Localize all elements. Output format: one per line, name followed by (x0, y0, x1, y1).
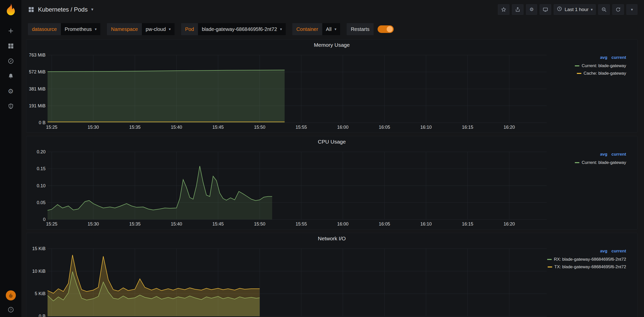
time-range-label: Last 1 hour (565, 7, 588, 12)
pod-dropdown[interactable]: blade-gateway-68684695f6-2nt72 ▾ (198, 23, 286, 35)
svg-text:0.15: 0.15 (37, 166, 46, 171)
legend-item[interactable]: Cache: blade-gateway (577, 70, 626, 77)
pod-value: blade-gateway-68684695f6-2nt72 (202, 26, 277, 32)
network-io-chart[interactable]: 15 KiB10 KiB5 KiB0 B15:2515:3015:3515:40… (28, 245, 549, 317)
create-plus-icon[interactable] (8, 28, 14, 34)
legend-item[interactable]: Current: blade-gateway (575, 62, 626, 70)
restarts-toggle[interactable] (378, 25, 394, 33)
svg-text:15 KiB: 15 KiB (32, 246, 46, 251)
caret-down-icon[interactable]: ▾ (91, 7, 93, 12)
alerting-bell-icon[interactable] (8, 73, 14, 79)
variable-label: Pod (181, 23, 198, 35)
svg-text:16:05: 16:05 (379, 125, 390, 130)
svg-text:16:10: 16:10 (420, 221, 432, 227)
legend: avg current Current: blade-gateway (575, 152, 626, 166)
caret-down-icon: ▾ (169, 27, 171, 31)
memory-usage-chart[interactable]: 763 MiB572 MiB381 MiB191 MiB0 B15:2515:3… (28, 51, 549, 132)
caret-down-icon: ▾ (280, 27, 282, 31)
svg-text:0.10: 0.10 (37, 183, 46, 188)
svg-text:15:50: 15:50 (254, 221, 265, 227)
series-color-dash (575, 162, 579, 163)
variable-pod: Pod blade-gateway-68684695f6-2nt72 ▾ (181, 23, 286, 35)
svg-text:191 MiB: 191 MiB (29, 103, 46, 108)
svg-text:763 MiB: 763 MiB (29, 53, 46, 58)
variable-datasource: datasource Prometheus ▾ (28, 23, 100, 35)
variable-namespace: Namespace pw-cloud ▾ (107, 23, 174, 35)
svg-text:10 KiB: 10 KiB (32, 269, 46, 274)
legend-header: avg current (600, 152, 626, 157)
legend-current-link[interactable]: current (611, 55, 626, 60)
container-dropdown[interactable]: All ▾ (322, 23, 340, 35)
caret-down-icon: ▾ (335, 27, 337, 31)
svg-text:15:30: 15:30 (88, 125, 99, 130)
cycle-view-tv-icon[interactable] (540, 4, 551, 15)
legend-item[interactable]: TX: blade-gateway-68684695f6-2nt72 (548, 263, 626, 271)
legend: avg current Current: blade-gateway Cache… (575, 55, 626, 77)
help-question-icon[interactable]: ? (8, 306, 14, 313)
refresh-interval-caret[interactable]: ▾ (626, 4, 637, 15)
dashboard-panels: Memory Usage 763 MiB572 MiB381 MiB191 Mi… (21, 39, 644, 317)
legend-current-link[interactable]: current (611, 249, 626, 254)
svg-text:15:25: 15:25 (46, 221, 57, 227)
svg-text:?: ? (10, 308, 12, 312)
svg-text:15:30: 15:30 (88, 221, 99, 227)
svg-text:15:25: 15:25 (46, 125, 57, 130)
variable-label: Container (292, 23, 322, 35)
legend-item[interactable]: RX: blade-gateway-68684695f6-2nt72 (547, 256, 626, 263)
container-value: All (326, 26, 332, 32)
sidebar-menu: ⚙ (8, 28, 14, 110)
legend-avg-link[interactable]: avg (600, 249, 607, 254)
restarts-switch-wrap (374, 23, 395, 35)
settings-gear-icon[interactable]: ⚙ (526, 4, 537, 15)
panel-title[interactable]: Network I/O (26, 236, 637, 242)
legend: avg current RX: blade-gateway-68684695f6… (547, 249, 626, 271)
legend-header: avg current (600, 249, 626, 254)
namespace-value: pw-cloud (146, 26, 166, 32)
svg-text:0.05: 0.05 (37, 200, 46, 205)
star-button[interactable] (498, 4, 509, 15)
breadcrumb: Kubernetes / Pods ▾ (28, 6, 93, 13)
caret-down-icon: ▾ (631, 7, 633, 12)
legend-series-name: Cache: blade-gateway (584, 71, 626, 76)
restarts-control: Restarts (347, 23, 394, 35)
svg-text:5 KiB: 5 KiB (35, 291, 46, 296)
cpu-usage-chart[interactable]: 0.200.150.100.05015:2515:3015:3515:4015:… (28, 148, 549, 229)
svg-text:16:15: 16:15 (462, 125, 473, 130)
svg-text:15:40: 15:40 (171, 221, 182, 227)
navbar: Kubernetes / Pods ▾ ⚙ Last 1 hour ▾ (21, 0, 644, 19)
dashboard-apps-icon (28, 6, 34, 13)
dashboards-grid-icon[interactable] (8, 43, 14, 49)
sidebar: ⚙ ? (0, 0, 21, 317)
svg-text:0.20: 0.20 (37, 149, 46, 154)
legend-series-name: RX: blade-gateway-68684695f6-2nt72 (554, 257, 626, 262)
page-title[interactable]: Kubernetes / Pods (38, 6, 88, 13)
zoom-out-button[interactable] (598, 4, 610, 15)
toggle-knob (387, 26, 393, 32)
main-area: Kubernetes / Pods ▾ ⚙ Last 1 hour ▾ (21, 0, 644, 317)
panel-title[interactable]: Memory Usage (26, 42, 637, 48)
series-color-dash (547, 259, 552, 260)
datasource-value: Prometheus (65, 26, 92, 32)
series-color-dash (575, 65, 579, 66)
time-range-picker[interactable]: Last 1 hour ▾ (554, 4, 596, 15)
legend-avg-link[interactable]: avg (600, 55, 607, 60)
datasource-dropdown[interactable]: Prometheus ▾ (61, 23, 100, 35)
variable-label: datasource (28, 23, 61, 35)
legend-current-link[interactable]: current (611, 152, 626, 157)
namespace-dropdown[interactable]: pw-cloud ▾ (142, 23, 175, 35)
variable-label: Namespace (107, 23, 142, 35)
explore-compass-icon[interactable] (8, 58, 14, 64)
svg-text:16:05: 16:05 (379, 221, 390, 227)
svg-text:15:55: 15:55 (296, 125, 307, 130)
legend-series-name: Current: blade-gateway (582, 63, 626, 68)
legend-item[interactable]: Current: blade-gateway (575, 159, 626, 166)
refresh-button[interactable] (612, 4, 624, 15)
configuration-gear-icon[interactable]: ⚙ (8, 88, 14, 95)
server-admin-shield-icon[interactable] (8, 103, 14, 110)
legend-avg-link[interactable]: avg (600, 152, 607, 157)
panel-title[interactable]: CPU Usage (26, 139, 637, 145)
grafana-logo[interactable] (4, 3, 18, 16)
svg-text:15:50: 15:50 (254, 125, 265, 130)
user-avatar[interactable] (6, 290, 16, 300)
share-button[interactable] (512, 4, 524, 15)
